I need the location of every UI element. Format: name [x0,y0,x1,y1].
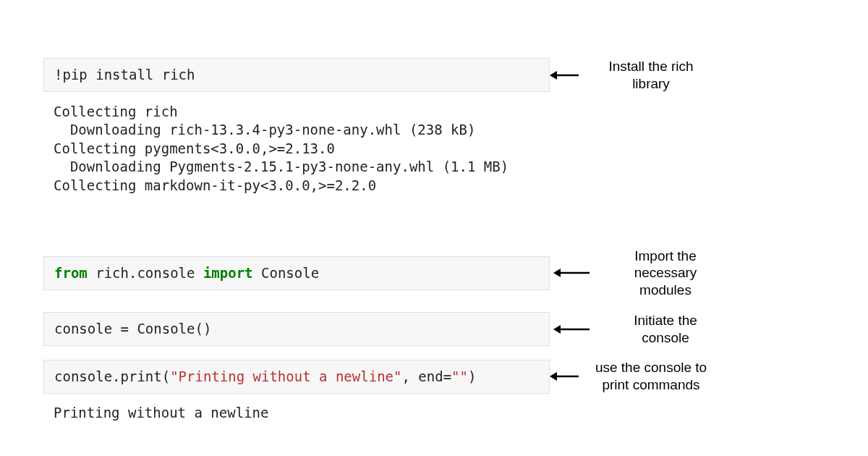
code-cell-print: console.print("Printing without a newlin… [43,360,550,394]
code-cell-import: from rich.console import Console [43,256,550,290]
print-suffix: ) [468,368,476,384]
import-name: Console [253,265,320,281]
svg-marker-1 [550,71,557,80]
svg-marker-5 [553,325,561,334]
arrow-init [550,322,593,337]
row-import: from rich.console import Console Import … [43,248,825,299]
row-print: console.print("Printing without a newlin… [43,359,825,394]
keyword-from: from [54,265,88,281]
arrow-print [550,369,579,384]
print-prefix: console.print( [54,368,170,384]
arrow-import [550,266,593,280]
tutorial-diagram: !pip install rich Install the rich libra… [0,0,868,423]
arrow-install [550,68,579,83]
svg-marker-3 [553,269,561,277]
annotation-import: Import the necessary modules [593,248,738,299]
string-literal-2: "" [451,368,468,384]
svg-marker-7 [550,372,557,381]
print-mid: , end= [401,368,451,384]
annotation-print: use the console to print commands [579,359,723,394]
output-install: Collecting rich Downloading rich-13.3.4-… [43,98,825,195]
keyword-import: import [203,265,253,281]
code-cell-init: console = Console() [43,312,550,346]
string-literal-1: "Printing without a newline" [170,368,401,384]
output-print: Printing without a newline [43,400,825,423]
module-path: rich.console [88,265,203,281]
row-install: !pip install rich Install the rich libra… [43,58,825,93]
annotation-install: Install the rich library [579,58,723,93]
arrow-left-icon [553,266,590,280]
arrow-left-icon [550,369,579,384]
code-cell-install: !pip install rich [43,58,550,92]
annotation-init: Initiate the console [593,312,738,347]
arrow-left-icon [550,68,579,83]
row-init: console = Console() Initiate the console [43,312,825,347]
arrow-left-icon [553,322,590,337]
